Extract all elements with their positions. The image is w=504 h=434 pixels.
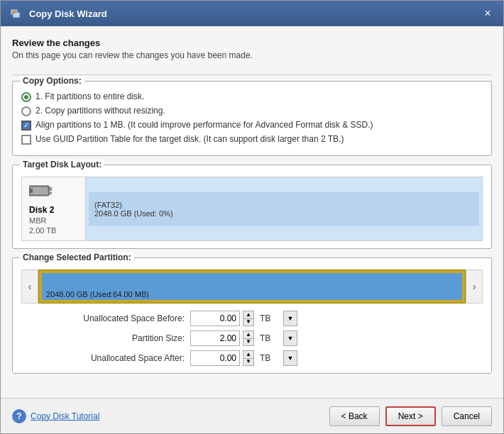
footer-right: < Back Next > Cancel <box>329 406 492 426</box>
unallocated-before-label: Unallocated Space Before: <box>64 313 185 323</box>
option-align[interactable]: Align partitions to 1 MB. (It could impr… <box>21 120 483 130</box>
unallocated-before-spinner[interactable]: ▲ ▼ <box>243 311 254 326</box>
unallocated-before-up[interactable]: ▲ <box>243 311 254 318</box>
help-icon[interactable]: ? <box>12 409 26 423</box>
close-button[interactable]: × <box>481 6 495 21</box>
title-bar-left: Copy Disk Wizard <box>9 6 107 21</box>
size-fields: Unallocated Space Before: ▲ ▼ TB ▼ Parti… <box>21 311 483 366</box>
page-subtitle: On this page you can review the changes … <box>12 50 492 60</box>
checkbox-guid[interactable] <box>21 135 31 145</box>
partition-size-label: 2048.00 GB (Used:64.00 MB) <box>46 290 149 299</box>
partition-size-spinner[interactable]: ▲ ▼ <box>243 330 254 346</box>
window: Copy Disk Wizard × Review the changes On… <box>0 0 504 434</box>
unallocated-before-unit: TB <box>260 313 278 323</box>
footer-left: ? Copy Disk Tutorial <box>12 409 99 423</box>
partition-fs: (FAT32) <box>94 201 473 209</box>
option-guid[interactable]: Use GUID Partition Table for the target … <box>21 134 483 145</box>
radio-copy[interactable] <box>21 106 31 116</box>
unallocated-after-row: Unallocated Space After: ▲ ▼ TB ▼ <box>64 350 483 366</box>
page-title: Review the changes <box>12 38 492 48</box>
unallocated-after-up[interactable]: ▲ <box>243 350 254 358</box>
partition-track: 2048.00 GB (Used:64.00 MB) <box>38 269 466 304</box>
cancel-button[interactable]: Cancel <box>442 406 492 426</box>
disk-row: Disk 2 MBR 2.00 TB (FAT32) 2048.0 GB (Us… <box>22 177 482 240</box>
svg-rect-4 <box>31 187 48 194</box>
nav-arrow-right[interactable]: › <box>466 269 483 304</box>
disk-size: 2.00 TB <box>29 226 78 235</box>
footer: ? Copy Disk Tutorial < Back Next > Cance… <box>1 398 503 433</box>
svg-rect-5 <box>29 189 33 193</box>
unallocated-after-down[interactable]: ▼ <box>243 358 254 367</box>
unallocated-after-unit: TB <box>260 353 278 363</box>
svg-rect-7 <box>49 192 52 194</box>
disk-type: MBR <box>29 216 78 225</box>
svg-rect-6 <box>49 187 52 191</box>
partition-size-unit: TB <box>260 333 278 343</box>
next-button[interactable]: Next > <box>385 406 436 426</box>
partition-size-up[interactable]: ▲ <box>243 330 254 338</box>
title-bar: Copy Disk Wizard × <box>1 1 503 26</box>
option-guid-label: Use GUID Partition Table for the target … <box>35 134 344 144</box>
unallocated-before-input[interactable] <box>190 311 240 326</box>
unallocated-after-unit-dropdown[interactable]: ▼ <box>283 350 297 366</box>
unallocated-after-input-group: ▲ ▼ <box>190 350 254 366</box>
unallocated-after-label: Unallocated Space After: <box>64 353 185 363</box>
partition-size-input[interactable] <box>190 330 240 346</box>
window-title: Copy Disk Wizard <box>29 9 107 19</box>
disk-partitions: (FAT32) 2048.0 GB (Used: 0%) <box>86 177 482 240</box>
unallocated-before-down[interactable]: ▼ <box>243 318 254 327</box>
nav-arrow-left[interactable]: ‹ <box>21 269 38 304</box>
option-fit-label: 1. Fit partitions to entire disk. <box>35 91 144 101</box>
partition-size-field-label: Partition Size: <box>64 333 185 343</box>
radio-fit[interactable] <box>21 92 31 102</box>
disk-info: Disk 2 MBR 2.00 TB <box>22 177 86 240</box>
unallocated-before-row: Unallocated Space Before: ▲ ▼ TB ▼ <box>64 311 483 326</box>
target-disk-label: Target Disk Layout: <box>20 160 104 169</box>
option-copy[interactable]: 2. Copy partitions without resizing. <box>21 106 483 116</box>
copy-options-section: Copy Options: 1. Fit partitions to entir… <box>12 81 492 156</box>
option-fit[interactable]: 1. Fit partitions to entire disk. <box>21 91 483 102</box>
app-icon <box>9 6 23 21</box>
unallocated-after-spinner[interactable]: ▲ ▼ <box>243 350 254 366</box>
partition-block[interactable]: (FAT32) 2048.0 GB (Used: 0%) <box>89 192 479 226</box>
partition-size-input-group: ▲ ▼ <box>190 330 254 346</box>
partition-size-unit-dropdown[interactable]: ▼ <box>283 330 297 346</box>
content-area: Review the changes On this page you can … <box>1 26 503 398</box>
back-button[interactable]: < Back <box>329 406 380 426</box>
checkbox-align[interactable] <box>21 121 31 130</box>
change-partition-label: Change Selected Partition: <box>20 252 134 262</box>
tutorial-link[interactable]: Copy Disk Tutorial <box>31 411 99 421</box>
unallocated-after-input[interactable] <box>190 350 240 366</box>
partition-size-down[interactable]: ▼ <box>243 338 254 347</box>
partition-slider-area: ‹ 2048.00 GB (Used:64.00 MB) › <box>21 269 483 304</box>
disk-name: Disk 2 <box>29 205 78 215</box>
options-list: 1. Fit partitions to entire disk. 2. Cop… <box>21 91 483 145</box>
unallocated-before-input-group: ▲ ▼ <box>190 311 254 326</box>
partition-size-label: 2048.0 GB (Used: 0%) <box>94 209 473 218</box>
option-align-label: Align partitions to 1 MB. (It could impr… <box>35 120 373 130</box>
disk-layout-table: Disk 2 MBR 2.00 TB (FAT32) 2048.0 GB (Us… <box>21 177 483 241</box>
target-disk-section: Target Disk Layout: <box>12 165 492 249</box>
change-partition-section: Change Selected Partition: ‹ 2048.00 GB … <box>12 257 492 374</box>
svg-point-2 <box>13 11 16 13</box>
copy-options-label: Copy Options: <box>20 76 84 86</box>
option-copy-label: 2. Copy partitions without resizing. <box>35 106 165 116</box>
disk-icon <box>29 183 78 202</box>
page-header: Review the changes On this page you can … <box>12 38 492 60</box>
partition-size-row: Partition Size: ▲ ▼ TB ▼ <box>64 330 483 346</box>
unallocated-before-unit-dropdown[interactable]: ▼ <box>283 311 297 326</box>
